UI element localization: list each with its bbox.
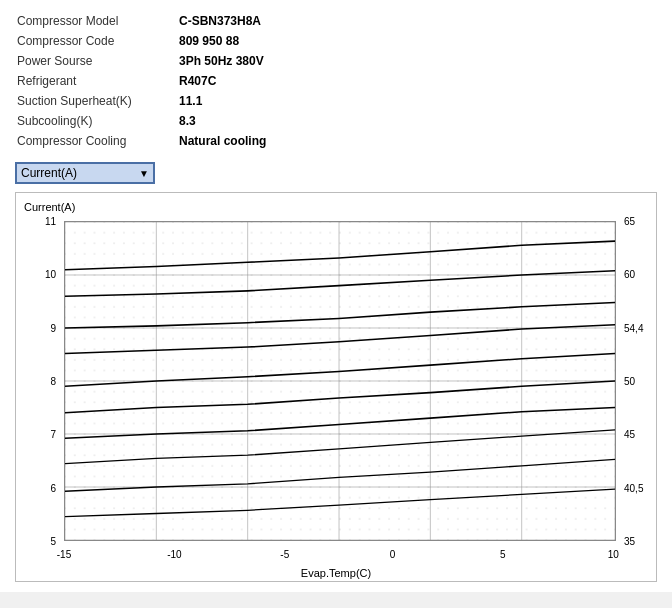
compressor-cooling-value: Natural cooling [179,132,655,150]
chart-wrapper: Current(A) 11 10 9 8 7 6 5 [15,192,657,582]
subcooling-value: 8.3 [179,112,655,130]
y-label-5: 5 [50,536,56,547]
y-label-11: 11 [45,216,56,227]
x-label-5: 5 [500,549,506,560]
compressor-code-label: Compressor Code [17,32,177,50]
r-label-45: 45 [624,429,635,440]
power-source-value: 3Ph 50Hz 380V [179,52,655,70]
chart-svg [65,222,615,540]
info-table: Compressor Model C-SBN373H8A Compressor … [15,10,657,152]
y-label-6: 6 [50,482,56,493]
r-label-544: 54,4 [624,322,643,333]
y-label-9: 9 [50,322,56,333]
y-label-10: 10 [45,269,56,280]
subcooling-label: Subcooling(K) [17,112,177,130]
dropdown-arrow-icon: ▼ [139,168,149,179]
suction-superheat-value: 11.1 [179,92,655,110]
compressor-cooling-label: Compressor Cooling [17,132,177,150]
refrigerant-label: Refrigerant [17,72,177,90]
dropdown-selected-label: Current(A) [21,166,77,180]
x-axis: -15 -10 -5 0 5 10 [64,547,616,567]
r-label-35: 35 [624,536,635,547]
r-label-405: 40,5 [624,482,643,493]
compressor-model-value: C-SBN373H8A [179,12,655,30]
power-source-label: Power Sourse [17,52,177,70]
main-container: Compressor Model C-SBN373H8A Compressor … [0,0,672,592]
x-label-0: 0 [390,549,396,560]
y-label-8: 8 [50,376,56,387]
dropdown-row: Current(A) ▼ [15,162,657,184]
r-label-60: 60 [624,269,635,280]
x-axis-label: Evap.Temp(C) [301,567,371,579]
y-label-7: 7 [50,429,56,440]
chart-title: Current(A) [24,201,75,213]
x-label--15: -15 [57,549,71,560]
compressor-code-value: 809 950 88 [179,32,655,50]
r-label-65: 65 [624,216,635,227]
chart-type-dropdown[interactable]: Current(A) ▼ [15,162,155,184]
compressor-model-label: Compressor Model [17,12,177,30]
refrigerant-value: R407C [179,72,655,90]
suction-superheat-label: Suction Superheat(K) [17,92,177,110]
y-axis: 11 10 9 8 7 6 5 [16,221,60,541]
x-label--5: -5 [280,549,289,560]
x-label--10: -10 [167,549,181,560]
chart-area [64,221,616,541]
x-label-10: 10 [608,549,619,560]
r-label-50: 50 [624,376,635,387]
right-labels: 65 60 54,4 50 45 40,5 35 [620,221,656,541]
